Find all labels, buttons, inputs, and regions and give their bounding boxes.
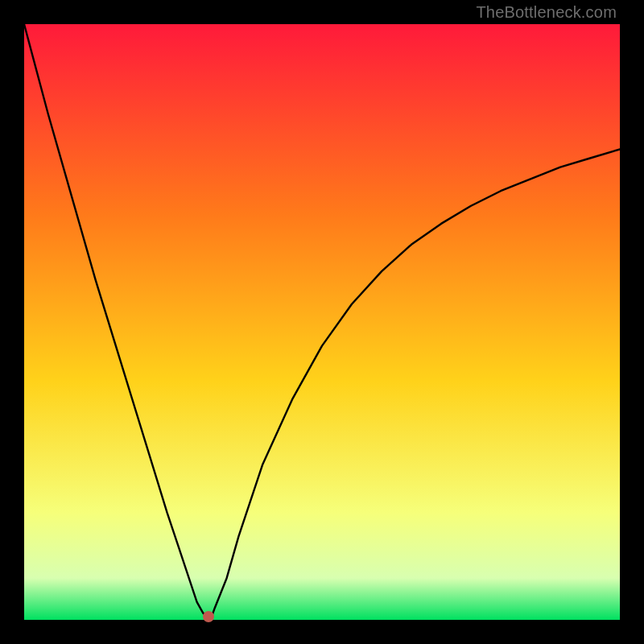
optimal-point-dot <box>203 611 214 622</box>
chart-frame <box>24 24 620 620</box>
chart-background <box>24 24 620 620</box>
chart-svg <box>24 24 620 620</box>
watermark-text: TheBottleneck.com <box>476 3 617 22</box>
